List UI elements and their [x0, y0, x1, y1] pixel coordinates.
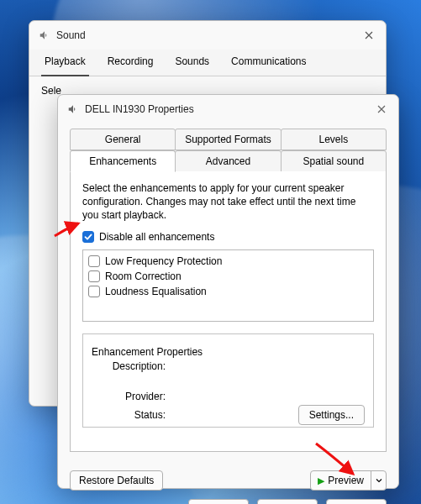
tab-recording[interactable]: Recording [104, 50, 157, 76]
chevron-down-icon [376, 477, 382, 484]
preview-split-button[interactable]: ▶ Preview [310, 470, 387, 491]
apply-button[interactable]: Apply [326, 499, 387, 504]
ok-button[interactable]: OK [188, 499, 249, 504]
tab-sounds[interactable]: Sounds [171, 50, 213, 76]
tab-enhancements[interactable]: Enhancements [70, 150, 176, 172]
cancel-button[interactable]: Cancel [257, 499, 318, 504]
checkbox-icon[interactable] [88, 255, 100, 267]
speaker-icon [38, 29, 51, 42]
sound-titlebar: Sound [29, 21, 386, 50]
enhancements-page: Select the enhancements to apply for you… [70, 171, 387, 452]
disable-all-checkbox[interactable] [82, 231, 94, 243]
preview-dropdown[interactable] [371, 471, 386, 490]
props-titlebar: DELL IN1930 Properties [58, 95, 398, 123]
group-legend: Enhancement Properties [92, 346, 203, 358]
close-icon[interactable] [370, 97, 393, 121]
preview-label: Preview [328, 475, 364, 486]
enhancement-properties-group: Enhancement Properties Description: Prov… [82, 333, 374, 428]
option-label: Loudness Equalisation [105, 286, 207, 297]
disable-all-row[interactable]: Disable all enhancements [82, 231, 374, 243]
settings-button[interactable]: Settings... [298, 405, 365, 425]
props-title: DELL IN1930 Properties [85, 103, 370, 115]
tab-playback[interactable]: Playback [41, 50, 89, 76]
description-label: Description: [92, 360, 171, 372]
option-low-frequency[interactable]: Low Frequency Protection [88, 254, 368, 269]
status-label: Status: [92, 409, 171, 421]
checkbox-icon[interactable] [88, 270, 100, 282]
option-room-correction[interactable]: Room Correction [88, 269, 368, 284]
props-tabstrip: General Supported Formats Levels Enhance… [70, 129, 387, 172]
enhancements-list: Low Frequency Protection Room Correction… [82, 249, 374, 322]
sound-tab-bar: Playback Recording Sounds Communications [29, 50, 386, 76]
provider-label: Provider: [92, 391, 171, 402]
disable-all-label: Disable all enhancements [99, 231, 214, 243]
option-loudness-eq[interactable]: Loudness Equalisation [88, 284, 368, 299]
restore-defaults-button[interactable]: Restore Defaults [70, 470, 163, 491]
enhancements-description: Select the enhancements to apply for you… [82, 181, 374, 223]
close-icon[interactable] [357, 24, 381, 47]
tab-advanced[interactable]: Advanced [175, 150, 281, 172]
checkbox-icon[interactable] [88, 286, 100, 297]
tab-general[interactable]: General [70, 129, 176, 150]
option-label: Low Frequency Protection [105, 255, 222, 267]
tab-supported-formats[interactable]: Supported Formats [175, 129, 281, 150]
device-properties-window: DELL IN1930 Properties General Supported… [57, 94, 399, 489]
tab-levels[interactable]: Levels [281, 129, 387, 150]
play-icon: ▶ [318, 475, 324, 486]
tab-spatial-sound[interactable]: Spatial sound [281, 150, 387, 172]
tab-communications[interactable]: Communications [228, 50, 309, 76]
preview-button[interactable]: ▶ Preview [311, 471, 371, 490]
option-label: Room Correction [105, 270, 182, 282]
sound-title: Sound [56, 29, 357, 41]
speaker-icon [66, 102, 80, 116]
